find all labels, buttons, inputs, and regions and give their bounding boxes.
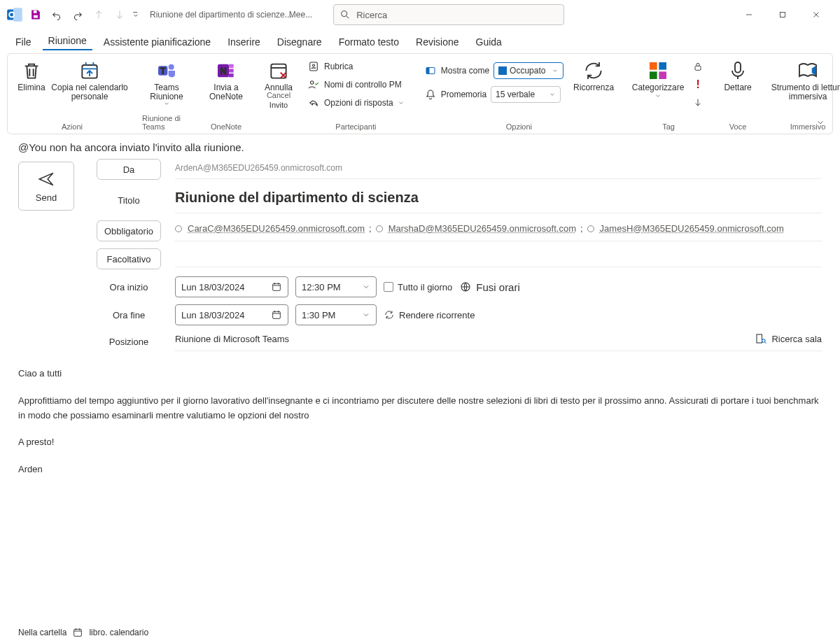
svg-rect-26 (695, 66, 701, 70)
recipient[interactable]: JamesH@M365EDU265459.onmicrosoft.com (600, 223, 784, 234)
redo-icon[interactable] (69, 6, 87, 24)
tab-scheduling[interactable]: Assistente pianificazione (98, 34, 216, 50)
body-line: Arden (18, 462, 822, 477)
response-options-button[interactable]: Opzioni di risposta (304, 94, 407, 111)
globe-icon (459, 281, 472, 293)
title-input[interactable]: Riunione del dipartimento di scienza (175, 187, 822, 213)
book-icon (307, 60, 320, 73)
trash-icon (20, 59, 43, 82)
high-importance-button[interactable]: ! (690, 76, 706, 93)
tab-file[interactable]: File (10, 34, 37, 50)
calendar-copy-icon (78, 59, 101, 82)
showas-combo[interactable]: Occupato (493, 62, 564, 79)
svg-rect-3 (34, 10, 37, 13)
svg-rect-13 (229, 64, 234, 68)
maximize-button[interactable] (767, 4, 798, 25)
optional-recipients[interactable] (175, 250, 822, 267)
room-finder-button[interactable]: Ricerca sala (755, 332, 822, 345)
svg-text:T: T (160, 66, 165, 75)
all-day-checkbox[interactable]: Tutto il giorno (384, 282, 452, 292)
reply-icon (307, 97, 320, 109)
start-date-picker[interactable]: Lun 18/03/2024 (175, 276, 288, 297)
qat-more-icon[interactable] (132, 6, 141, 24)
required-recipients[interactable]: CaraC@M365EDU265459.onmicrosoft.com; Mar… (175, 220, 822, 241)
teams-meeting-button[interactable]: T Teams Riunione (142, 58, 191, 107)
arrow-down-icon (111, 6, 129, 24)
optional-button[interactable]: Facoltativo (97, 248, 161, 269)
reminder-row: Promemoria 15 verbale (421, 86, 566, 103)
categorize-button[interactable]: Categorizzare (631, 58, 685, 99)
arrow-down-blue-icon (692, 97, 704, 108)
folder-prefix: Nella cartella (18, 628, 66, 637)
ribbon: Elimina Copia nel calendario personale A… (7, 53, 833, 134)
reminder-combo[interactable]: 15 verbale (491, 86, 561, 103)
close-button[interactable] (801, 4, 832, 25)
save-icon[interactable] (27, 6, 45, 24)
presence-icon (587, 225, 594, 232)
categories-icon (647, 59, 669, 82)
delete-button[interactable]: Elimina (16, 58, 47, 92)
addressbook-button[interactable]: Rubrica (304, 58, 407, 75)
send-icon (37, 170, 55, 188)
svg-rect-21 (426, 68, 430, 74)
recurrence-button[interactable]: Ricorrenza (570, 58, 617, 92)
send-button[interactable]: Send (18, 162, 74, 211)
search-icon (340, 9, 351, 20)
calendar-icon (271, 281, 282, 292)
group-actions-label: Azioni (62, 121, 83, 134)
timezones-button[interactable]: Fusi orari (459, 281, 520, 293)
tab-format[interactable]: Formato testo (333, 34, 405, 50)
meeting-form: Send Da ArdenA@M365EDU265459.onmicrosoft… (18, 159, 822, 351)
immersive-reader-button[interactable]: Strumento di lettura immersiva (769, 58, 840, 101)
svg-point-5 (342, 11, 347, 17)
calendar-icon (271, 309, 282, 320)
presence-icon (376, 225, 383, 232)
make-recurring-button[interactable]: Rendere ricorrente (384, 309, 475, 320)
tab-review[interactable]: Revisione (410, 34, 464, 50)
minimize-button[interactable] (734, 4, 764, 25)
end-date-picker[interactable]: Lun 18/03/2024 (175, 304, 288, 325)
microphone-icon (727, 59, 749, 82)
tab-insert[interactable]: Inserire (222, 34, 266, 50)
svg-point-19 (311, 81, 314, 85)
tab-help[interactable]: Guida (470, 34, 507, 50)
title-bar: Riunione del dipartimento di scienze... … (0, 0, 840, 29)
undo-icon[interactable] (48, 6, 66, 24)
outlook-icon (6, 6, 24, 24)
showas-icon (424, 64, 437, 77)
start-time-label: Ora inizio (97, 282, 161, 292)
body-line: Approfittiamo del tempo aggiuntivo per i… (18, 394, 822, 423)
end-time-picker[interactable]: 1:30 PM (295, 304, 377, 325)
ribbon-collapse-button[interactable] (816, 118, 825, 129)
from-button[interactable]: Da (97, 159, 161, 180)
send-onenote-button[interactable]: N Invia a OneNote (205, 58, 247, 101)
copy-to-calendar-button[interactable]: Copia nel calendario personale (51, 58, 128, 110)
body-line: A presto! (18, 435, 822, 450)
low-importance-button[interactable] (690, 94, 706, 111)
required-button[interactable]: Obbligatorio (97, 220, 161, 241)
show-as-row: Mostra come Occupato (421, 62, 566, 79)
svg-rect-15 (229, 73, 234, 77)
folder-name: libro. calendario (89, 628, 148, 637)
message-body[interactable]: Ciao a tutti Approfittiamo del tempo agg… (18, 367, 822, 477)
dictate-button[interactable]: Dettare (720, 58, 755, 92)
svg-point-10 (169, 64, 174, 70)
group-teams-label: Riunione di Teams (142, 113, 191, 134)
svg-rect-28 (273, 283, 281, 290)
recipient[interactable]: CaraC@M365EDU265459.onmicrosoft.com (188, 223, 365, 234)
tab-meeting[interactable]: Riunione (43, 32, 92, 50)
exclamation-icon: ! (696, 78, 699, 91)
location-input[interactable]: Riunione di Microsoft Teams (175, 334, 755, 344)
search-box[interactable]: Ricerca (333, 4, 564, 25)
lock-icon (692, 61, 704, 72)
tab-draw[interactable]: Disegnare (272, 34, 328, 50)
checknames-button[interactable]: Nomi di controllo PM (304, 76, 407, 93)
start-time-picker[interactable]: 12:30 PM (295, 276, 377, 297)
end-time-label: Ora fine (97, 310, 161, 320)
private-button[interactable] (690, 58, 706, 75)
recurrence-small-icon (384, 309, 395, 320)
recipient[interactable]: MarshaD@M365EDU265459.onmicrosoft.com (388, 223, 576, 234)
search-placeholder: Ricerca (356, 10, 387, 20)
location-label: Posizione (97, 337, 161, 347)
cancel-invite-button[interactable]: Annulla Cancel Invito (261, 58, 296, 109)
